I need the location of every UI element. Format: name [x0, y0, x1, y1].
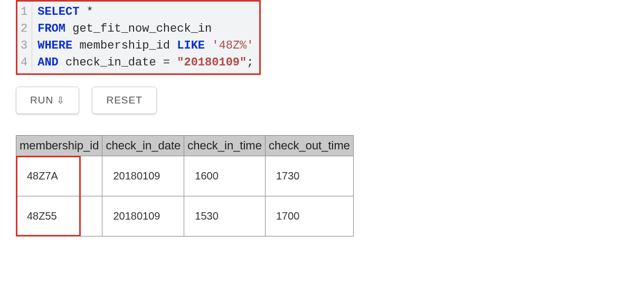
table-cell: 20180109	[102, 196, 184, 236]
column-header: check_out_time	[265, 135, 353, 156]
table-cell: 1730	[265, 156, 353, 196]
line-number: 4	[21, 54, 27, 71]
column-header: check_in_time	[184, 135, 266, 156]
code-line: SELECT *	[37, 4, 253, 21]
table-row: 48Z7A2018010916001730	[16, 156, 354, 196]
line-number: 1	[21, 4, 27, 21]
line-number: 3	[21, 37, 27, 54]
table-cell: 48Z7A	[16, 156, 102, 196]
run-arrow-icon: ⇩	[56, 95, 65, 106]
run-button-label: RUN	[30, 94, 53, 106]
table-cell: 1700	[265, 196, 353, 236]
reset-button-label: RESET	[106, 94, 142, 106]
table-cell: 20180109	[102, 156, 184, 196]
code-line: WHERE membership_id LIKE '48Z%'	[37, 37, 253, 54]
sql-editor-highlight: 1234 SELECT *FROM get_fit_now_check_inWH…	[16, 0, 261, 75]
code-line: AND check_in_date = "20180109";	[37, 54, 253, 71]
button-row: RUN ⇩ RESET	[16, 87, 628, 114]
table-cell: 1530	[184, 196, 266, 236]
table-row: 48Z552018010915301700	[16, 196, 354, 236]
column-header: membership_id	[16, 135, 102, 156]
sql-editor[interactable]: 1234 SELECT *FROM get_fit_now_check_inWH…	[17, 2, 259, 73]
table-cell: 1600	[184, 156, 266, 196]
reset-button[interactable]: RESET	[92, 87, 156, 114]
line-number: 2	[21, 21, 27, 37]
code-line: FROM get_fit_now_check_in	[37, 21, 253, 37]
run-button[interactable]: RUN ⇩	[16, 87, 79, 114]
results-table: membership_idcheck_in_datecheck_in_timec…	[16, 135, 354, 236]
column-header: check_in_date	[102, 135, 184, 156]
table-cell: 48Z55	[16, 196, 102, 236]
